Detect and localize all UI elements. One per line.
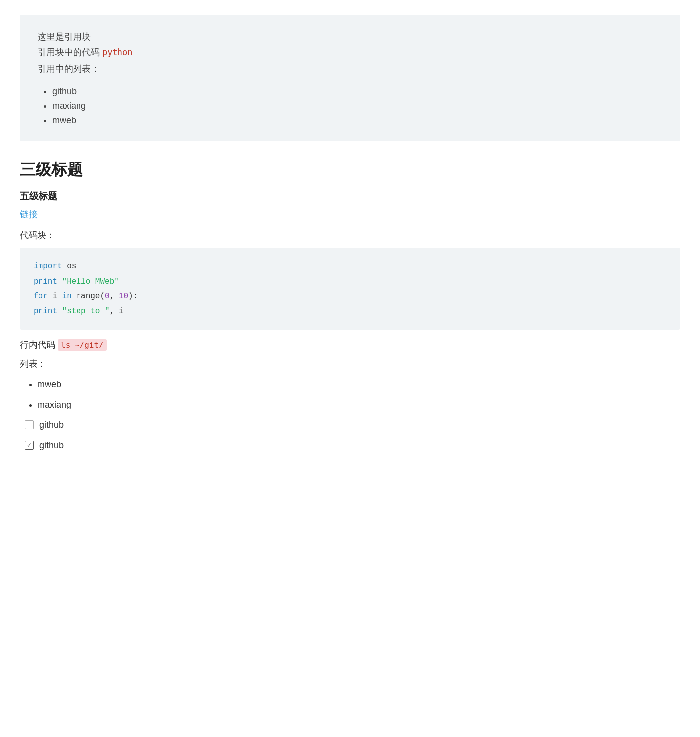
main-link[interactable]: 链接 [20, 209, 38, 219]
blockquote-line2: 引用块中的代码 python [38, 44, 662, 60]
code-range-10: 10 [119, 292, 128, 301]
blockquote-list: github maxiang mweb [52, 84, 662, 127]
heading-3: 三级标题 [20, 159, 680, 181]
checkbox-unchecked[interactable] [25, 420, 34, 429]
inline-code-section: 行内代码 ls ~/git/ [20, 339, 680, 351]
blockquote-block: 这里是引用块 引用块中的代码 python 引用中的列表： github max… [20, 15, 680, 141]
code-range-close: ): [128, 292, 138, 301]
code-range-open: range( [72, 292, 105, 301]
list-item: maxiang [38, 395, 680, 415]
list-item: mweb [38, 374, 680, 395]
list-item: mweb [52, 113, 662, 127]
checkbox-item-2[interactable]: github [25, 435, 680, 455]
code-line-1: import os [34, 259, 666, 274]
code-import-rest: os [62, 262, 77, 271]
blockquote-line3: 引用中的列表： [38, 61, 662, 77]
checkbox-checked[interactable] [25, 441, 34, 450]
code-print2-str: "step to " [57, 307, 110, 316]
link-paragraph: 链接 [20, 208, 680, 220]
code-range-0: 0 [105, 292, 110, 301]
code-print2-comma: , i [110, 307, 124, 316]
code-section-label: 代码块： [20, 229, 680, 241]
list-label: 列表： [20, 358, 680, 369]
code-line-4: print "step to ", i [34, 304, 666, 319]
inline-code: ls ~/git/ [58, 339, 107, 351]
blockquote-code-python: python [102, 47, 132, 57]
checkbox-label-2: github [39, 440, 64, 450]
checkbox-item-1[interactable]: github [25, 415, 680, 435]
code-print1-kw: print [34, 277, 57, 286]
heading-5: 五级标题 [20, 190, 680, 203]
code-block: import os print "Hello MWeb" for i in ra… [20, 248, 680, 330]
checkbox-label-1: github [39, 420, 64, 430]
code-for-kw: for [34, 292, 48, 301]
blockquote-line1: 这里是引用块 [38, 29, 662, 44]
code-line-2: print "Hello MWeb" [34, 274, 666, 289]
code-import-kw: import [34, 262, 62, 271]
code-range-comma: , [110, 292, 119, 301]
bullet-list: mweb maxiang [38, 374, 680, 415]
checkbox-list: github github [25, 415, 680, 455]
list-item: github [52, 84, 662, 99]
inline-label: 行内代码 [20, 340, 58, 350]
blockquote-line2-prefix: 引用块中的代码 [38, 47, 102, 57]
code-print2-kw: print [34, 307, 57, 316]
code-in-kw: in [62, 292, 72, 301]
code-print1-str: "Hello MWeb" [57, 277, 119, 286]
list-item: maxiang [52, 99, 662, 113]
code-line-3: for i in range(0, 10): [34, 289, 666, 304]
code-for-i: i [48, 292, 62, 301]
